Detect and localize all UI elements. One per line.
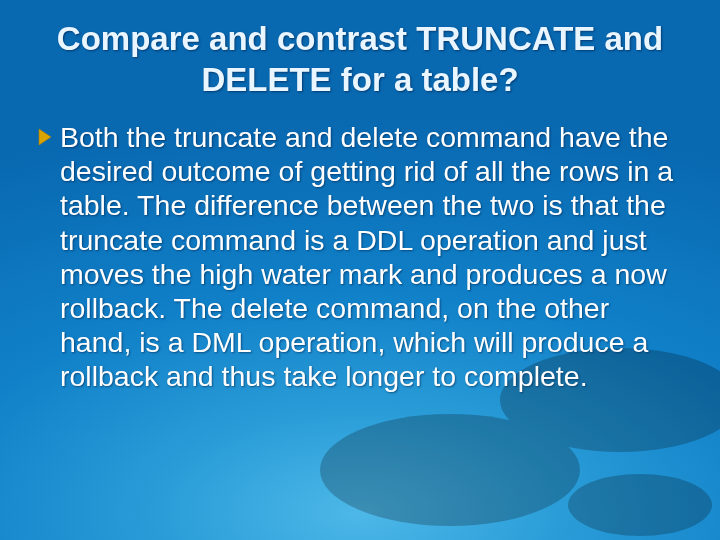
svg-point-9 xyxy=(596,486,684,524)
svg-point-8 xyxy=(620,496,660,514)
svg-point-3 xyxy=(320,414,580,526)
svg-point-0 xyxy=(422,458,478,482)
chevron-right-icon xyxy=(36,128,54,146)
bullet-item: Both the truncate and delete command hav… xyxy=(36,120,684,394)
svg-point-10 xyxy=(568,474,712,536)
slide-body: Both the truncate and delete command hav… xyxy=(36,120,684,394)
slide: Compare and contrast TRUNCATE and DELETE… xyxy=(0,0,720,540)
svg-point-1 xyxy=(392,445,508,495)
svg-point-2 xyxy=(358,430,542,510)
svg-marker-11 xyxy=(39,129,51,145)
slide-title: Compare and contrast TRUNCATE and DELETE… xyxy=(0,18,720,101)
bullet-text: Both the truncate and delete command hav… xyxy=(60,120,684,394)
